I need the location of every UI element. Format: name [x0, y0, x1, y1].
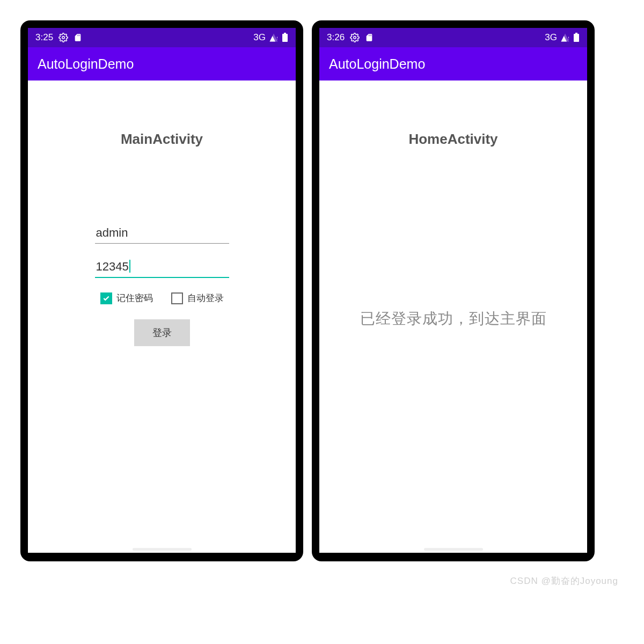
svg-rect-5 [575, 33, 577, 34]
status-time: 3:25 [35, 32, 53, 43]
nav-pill-icon [133, 548, 192, 551]
checkbox-unchecked-icon [171, 292, 183, 304]
main-content: MainActivity 12345 记住密码 [28, 80, 296, 545]
svg-rect-4 [574, 34, 579, 42]
activity-title: MainActivity [28, 131, 296, 148]
battery-icon [573, 33, 580, 42]
svg-point-3 [354, 36, 356, 39]
login-button[interactable]: 登录 [134, 319, 190, 346]
phone-right: 3:26 3G [312, 20, 595, 561]
text-caret-icon [129, 260, 130, 273]
screen-right: 3:26 3G [319, 28, 587, 553]
svg-point-0 [62, 36, 65, 39]
checkbox-checked-icon [100, 292, 112, 304]
remember-password-checkbox[interactable]: 记住密码 [100, 292, 153, 304]
username-field[interactable] [95, 223, 229, 244]
auto-login-checkbox[interactable]: 自动登录 [171, 292, 224, 304]
svg-rect-1 [282, 34, 288, 42]
password-value: 12345 [96, 260, 129, 273]
login-form: 12345 记住密码 自动登录 [95, 223, 229, 346]
app-title: AutoLoginDemo [38, 56, 134, 72]
signal-icon [560, 33, 570, 42]
app-bar: AutoLoginDemo [28, 47, 296, 80]
gear-icon [350, 33, 360, 42]
watermark: CSDN @勤奋的Joyoung [510, 575, 618, 587]
activity-title: HomeActivity [319, 131, 587, 148]
nav-pill-icon [424, 548, 483, 551]
status-time: 3:26 [327, 32, 345, 43]
nav-bar [28, 545, 296, 553]
status-bar: 3:25 3G [28, 28, 296, 47]
main-content: HomeActivity 已经登录成功，到达主界面 [319, 80, 587, 545]
nav-bar [319, 545, 587, 553]
gear-icon [58, 33, 68, 42]
network-label: 3G [253, 32, 266, 43]
autologin-label: 自动登录 [187, 292, 224, 304]
battery-icon [282, 33, 288, 42]
screen-left: 3:25 3G [28, 28, 296, 553]
phone-left: 3:25 3G [20, 20, 303, 561]
home-message: 已经登录成功，到达主界面 [319, 309, 587, 329]
remember-label: 记住密码 [116, 292, 153, 304]
sd-card-icon [74, 33, 82, 42]
app-bar: AutoLoginDemo [319, 47, 587, 80]
sd-card-icon [365, 33, 374, 42]
password-field[interactable]: 12345 [95, 257, 229, 278]
network-label: 3G [545, 32, 557, 43]
signal-icon [269, 33, 279, 42]
app-title: AutoLoginDemo [329, 56, 425, 72]
svg-rect-2 [284, 33, 286, 34]
status-bar: 3:26 3G [319, 28, 587, 47]
